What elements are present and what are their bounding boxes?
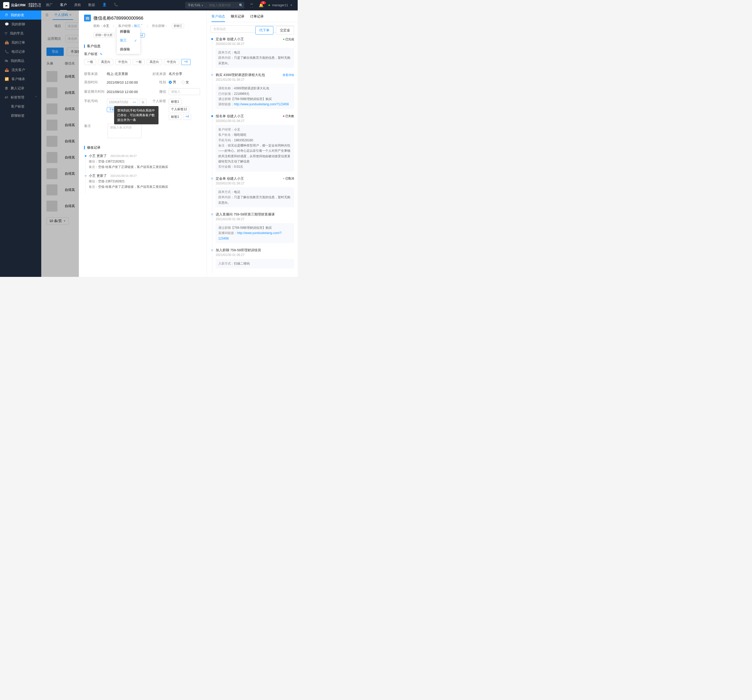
- chevron-up-icon: ˄: [141, 24, 143, 28]
- timeline-item: 报名单 创建人小王已失败 2020/01/30 01:38:27 客户经理：小王…: [210, 114, 294, 176]
- manager-popover: 师馨薇 张三✓ 俱保咏: [117, 27, 140, 54]
- filter-icon: ▽: [5, 31, 7, 35]
- phone-icon[interactable]: 📞: [114, 0, 118, 11]
- delete-icon: 🗑: [5, 86, 8, 90]
- logo-icon: ☁: [3, 2, 9, 8]
- customer-tags-label: 客户标签: [84, 52, 98, 56]
- tab-customer[interactable]: 客户: [60, 0, 67, 11]
- sidebar-item-inherit[interactable]: 🔁客户继承: [0, 75, 41, 84]
- manager-option[interactable]: 俱保咏: [117, 45, 140, 54]
- timeline-item: 定金单 创建人小王已取消 2020/01/30 01:38:27 跟单方式：电话…: [210, 176, 294, 212]
- orders-icon: 👜: [5, 40, 9, 44]
- phone-input[interactable]: 13241672152▭: [107, 99, 138, 106]
- sidebar-item-orders[interactable]: 👜我的订单: [0, 38, 41, 47]
- section-changelog: 修改记录: [79, 142, 207, 152]
- timeline-item: 进入直播间 759-59班第三期理财直播课 2021/01/30 01:38:2…: [210, 212, 294, 248]
- customer-tag[interactable]: 高意向: [147, 59, 162, 65]
- mobile-icon[interactable]: 📱: [249, 3, 254, 8]
- friend-source: 名片分享: [169, 72, 201, 76]
- sidebar-sub-group-tags[interactable]: 群聊标签: [0, 111, 41, 120]
- goods-icon: 🛍: [5, 59, 8, 63]
- personal-tag[interactable]: 标签1: [169, 114, 182, 120]
- section-customer-info: 客户信息: [79, 40, 207, 51]
- user-menu[interactable]: manager11 ▼: [269, 3, 292, 7]
- copy-icon[interactable]: ⎘: [140, 99, 146, 106]
- calls-icon: 📞: [5, 50, 9, 54]
- timeline-item: 加入群聊 759-59班理财训练营 2021/01/30 01:38:27 入群…: [210, 248, 294, 273]
- phone-tooltip: 查询到此手机号码在系统中已存在，可以将两条客户数据合并为一条: [114, 106, 158, 124]
- view-detail-link[interactable]: 查看详情: [283, 73, 294, 77]
- building-icon: 🏢: [84, 15, 91, 22]
- sidebar-item-students[interactable]: ▽我的学员: [0, 29, 41, 38]
- customer-tag[interactable]: 一般: [133, 59, 144, 65]
- tab-qc[interactable]: 质检: [74, 0, 81, 11]
- lost-icon: 📤: [5, 68, 9, 72]
- search-button[interactable]: 🔍: [238, 3, 244, 7]
- wechat-input[interactable]: 请输入: [169, 88, 200, 95]
- groups-icon: 💬: [5, 22, 9, 26]
- personal-tag-more[interactable]: +4: [183, 114, 191, 120]
- log-item: 小王 更新了2021/01/30 01:38:27 微信：空值-13672182…: [84, 173, 201, 193]
- friends-icon: ⏱: [5, 13, 8, 17]
- status-dot: [269, 5, 270, 6]
- contact-icon[interactable]: ▭: [133, 100, 136, 104]
- chevron-up-icon: ˄: [35, 96, 37, 99]
- topnav-tabs: 推广 客户 质检 数据 👤 📞: [46, 0, 118, 11]
- tags-icon: 🏷: [5, 95, 8, 99]
- timeline-item: 购买 4399理财课进阶课程大礼包查看详情 2021/01/30 01:38:2…: [210, 73, 294, 114]
- gender-male-radio[interactable]: 男: [169, 80, 176, 85]
- nickname: 小王: [103, 24, 109, 28]
- edit-icon[interactable]: ✎: [100, 52, 103, 56]
- logo: ☁ 云朵CRM 教育机构一站 式服务云平台: [0, 2, 41, 8]
- customer-drawer: 🏢 微信名称6789990000966 昵称：小王 | 客户经理：张三 ˄ | …: [79, 11, 298, 277]
- sidebar-item-groups[interactable]: 💬我的群聊: [0, 20, 41, 29]
- rtab-chat[interactable]: 聊天记录: [231, 14, 244, 22]
- logo-text: 云朵CRM: [11, 3, 26, 8]
- top-nav: ☁ 云朵CRM 教育机构一站 式服务云平台 推广 客户 质检 数据 👤 📞 手机…: [0, 0, 298, 11]
- sidebar-item-tags[interactable]: 🏷标签管理˄: [0, 93, 41, 102]
- search-type-select[interactable]: 手机号码 ▼: [185, 3, 206, 8]
- source-value: 线上-北京昱新: [107, 72, 149, 76]
- customer-tag[interactable]: 中意向: [115, 59, 131, 65]
- sidebar-item-calls[interactable]: 📞电话记录: [0, 47, 41, 56]
- last-chat-time: 2021/09/10 12:00:00: [107, 90, 149, 94]
- gender-female-radio[interactable]: 女: [182, 80, 189, 85]
- group-chip[interactable]: 群聊一群大群: [93, 33, 114, 37]
- sidebar-item-goods[interactable]: 🛍我的商品: [0, 56, 41, 65]
- customer-tag[interactable]: 一般: [84, 59, 96, 65]
- link[interactable]: http://www.yunduoketang.com/?123456: [234, 103, 289, 106]
- rtab-activity[interactable]: 客户动态: [211, 14, 225, 22]
- check-icon: ✓: [134, 39, 137, 43]
- bell-icon[interactable]: 🔔: [259, 3, 264, 8]
- sidebar-item-lost[interactable]: 📤流失客户: [0, 65, 41, 75]
- group-chip[interactable]: 群聊三: [172, 23, 184, 28]
- manager-option[interactable]: 师馨薇: [117, 27, 140, 36]
- customer-tag[interactable]: 中意向: [164, 59, 179, 65]
- remark-textarea[interactable]: 请输入备注内容: [107, 124, 141, 138]
- rtab-orders[interactable]: 订单记录: [250, 14, 264, 22]
- log-item: 小王 更新了2021/01/30 01:38:27 微信：空值-13672182…: [84, 154, 201, 173]
- customer-tag[interactable]: 高意向: [98, 59, 113, 65]
- personal-tag[interactable]: 标签1: [169, 99, 182, 105]
- tab-data[interactable]: 数据: [88, 0, 95, 11]
- user-icon[interactable]: 👤: [103, 0, 107, 11]
- add-time: 2021/09/10 12:00:00: [107, 81, 149, 84]
- search-group: 手机号码 ▼ 🔍: [185, 2, 244, 9]
- personal-tag[interactable]: 个人标签12: [169, 106, 189, 112]
- inherit-icon: 🔁: [5, 77, 9, 81]
- tag-more[interactable]: +4: [181, 59, 191, 65]
- sidebar: ⏱我的好友 💬我的群聊 ▽我的学员 👜我的订单 📞电话记录 🛍我的商品 📤流失客…: [0, 11, 41, 277]
- search-input[interactable]: [206, 3, 238, 7]
- sidebar-item-delete[interactable]: 🗑删人记录: [0, 84, 41, 93]
- manager-option[interactable]: 张三✓: [117, 36, 140, 45]
- timeline-item: 定金单 创建人小王已完成 2020/01/30 01:38:27 跟单方式：电话…: [210, 37, 294, 73]
- drawer-title: 微信名称6789990000966: [93, 15, 143, 21]
- tab-promote[interactable]: 推广: [46, 0, 53, 11]
- sidebar-sub-customer-tags[interactable]: 客户标签: [0, 102, 41, 111]
- username: manager11: [272, 3, 288, 7]
- sidebar-item-friends[interactable]: ⏱我的好友: [0, 11, 41, 20]
